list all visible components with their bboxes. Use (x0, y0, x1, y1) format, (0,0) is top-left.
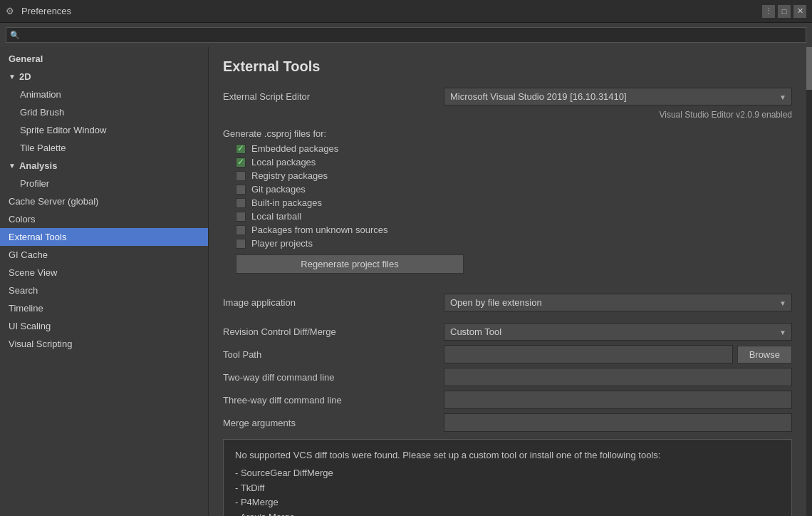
sidebar-item-search[interactable]: Search (0, 282, 208, 299)
info-box-main-text: No supported VCS diff tools were found. … (235, 448, 780, 463)
info-box-tools-list: - SourceGear DiffMerge - TkDiff - P4Merg… (235, 466, 780, 516)
tool-item-1: - SourceGear DiffMerge (235, 466, 780, 481)
preferences-icon: ⚙ (6, 6, 17, 17)
merge-arguments-input[interactable] (444, 413, 792, 432)
checkbox-embedded-packages-input[interactable] (236, 144, 246, 154)
search-input-wrap: 🔍 (6, 27, 806, 43)
revision-control-label: Revision Control Diff/Merge (223, 326, 444, 337)
checkbox-builtin-packages-input[interactable] (236, 198, 246, 208)
external-script-editor-dropdown[interactable]: Microsoft Visual Studio 2019 [16.10.3141… (444, 88, 792, 105)
tool-item-4: - Araxis Merge (235, 510, 780, 516)
tool-path-label: Tool Path (223, 349, 444, 360)
checkbox-builtin-packages: Built-in packages (223, 197, 792, 208)
sidebar-item-visual-scripting[interactable]: Visual Scripting (0, 335, 208, 353)
checkbox-builtin-packages-label: Built-in packages (251, 197, 322, 208)
sidebar-item-colors[interactable]: Colors (0, 210, 208, 228)
checkbox-git-packages-input[interactable] (236, 185, 246, 195)
generate-csproj-label: Generate .csproj files for: (223, 128, 792, 139)
sidebar-item-external-tools[interactable]: External Tools (0, 228, 208, 246)
search-icon: 🔍 (10, 31, 20, 40)
sidebar-item-cache-server[interactable]: Cache Server (global) (0, 192, 208, 210)
checkbox-local-tarball-input[interactable] (236, 212, 246, 222)
sidebar-label-cache-server: Cache Server (global) (9, 196, 98, 207)
info-box: No supported VCS diff tools were found. … (223, 439, 792, 516)
sidebar-label-sprite-editor: Sprite Editor Window (20, 125, 106, 135)
window-title: Preferences (21, 6, 762, 16)
checkbox-local-packages-label: Local packages (251, 157, 316, 167)
sidebar-label-profiler: Profiler (20, 178, 49, 189)
checkbox-local-packages: Local packages (223, 157, 792, 167)
scroll-thumb[interactable] (806, 47, 812, 90)
image-application-label: Image application (223, 297, 444, 308)
checkbox-player-projects: Player projects (223, 238, 792, 249)
checkbox-unknown-sources-input[interactable] (236, 225, 246, 235)
checkbox-local-packages-input[interactable] (236, 158, 246, 167)
title-bar: ⚙ Preferences ⋮ □ ✕ (0, 0, 812, 23)
sidebar-label-ui-scaling: UI Scaling (9, 321, 51, 331)
revision-control-row: Revision Control Diff/Merge Custom Tool (223, 323, 792, 341)
checkbox-unknown-sources-label: Packages from unknown sources (251, 225, 387, 235)
sidebar-label-tile-palette: Tile Palette (20, 143, 66, 153)
checkbox-local-tarball-label: Local tarball (251, 211, 301, 222)
revision-control-dropdown[interactable]: Custom Tool (444, 323, 792, 341)
checkbox-player-projects-label: Player projects (251, 238, 313, 249)
regenerate-project-files-button[interactable]: Regenerate project files (236, 254, 464, 274)
checkbox-player-projects-input[interactable] (236, 239, 246, 249)
regenerate-btn-row: Regenerate project files (223, 254, 792, 284)
checkbox-registry-packages-label: Registry packages (251, 170, 328, 181)
checkbox-git-packages-label: Git packages (251, 184, 306, 195)
sidebar-item-animation[interactable]: Animation (0, 86, 208, 103)
sidebar-item-sprite-editor-window[interactable]: Sprite Editor Window (0, 121, 208, 139)
sidebar-label-animation: Animation (20, 89, 61, 100)
sidebar-item-analysis[interactable]: ▼ Analysis (0, 157, 208, 175)
sidebar-item-tile-palette[interactable]: Tile Palette (0, 139, 208, 157)
sidebar-label-general: General (9, 53, 43, 64)
maximize-button[interactable]: □ (778, 5, 791, 18)
sidebar-label-search: Search (9, 285, 38, 296)
scrollbar[interactable] (806, 47, 812, 516)
checkbox-registry-packages: Registry packages (223, 170, 792, 181)
vs-hint-text: Visual Studio Editor v2.0.9 enabled (223, 110, 792, 120)
sidebar-item-profiler[interactable]: Profiler (0, 175, 208, 192)
browse-button[interactable]: Browse (737, 346, 792, 363)
sidebar-item-2d[interactable]: ▼ 2D (0, 68, 208, 86)
close-button[interactable]: ✕ (793, 5, 806, 18)
tool-path-input[interactable] (444, 345, 733, 363)
sidebar-label-gi-cache: GI Cache (9, 249, 48, 260)
checkbox-embedded-packages-label: Embedded packages (251, 143, 338, 154)
threeway-diff-row: Three-way diff command line (223, 391, 792, 409)
sidebar-item-grid-brush[interactable]: Grid Brush (0, 103, 208, 121)
sidebar-label-visual-scripting: Visual Scripting (9, 339, 72, 349)
window-controls: ⋮ □ ✕ (762, 5, 806, 18)
sidebar-item-scene-view[interactable]: Scene View (0, 264, 208, 282)
caret-analysis: ▼ (9, 162, 16, 170)
merge-arguments-label: Merge arguments (223, 418, 444, 428)
threeway-diff-input[interactable] (444, 391, 792, 409)
merge-arguments-row: Merge arguments (223, 413, 792, 432)
checkbox-registry-packages-input[interactable] (236, 171, 246, 181)
checkbox-git-packages: Git packages (223, 184, 792, 195)
twoway-diff-input[interactable] (444, 368, 792, 386)
search-input[interactable] (6, 27, 806, 43)
main-layout: General ▼ 2D Animation Grid Brush Sprite… (0, 47, 812, 516)
sidebar-label-analysis: Analysis (19, 160, 57, 171)
sidebar: General ▼ 2D Animation Grid Brush Sprite… (0, 47, 209, 516)
menu-button[interactable]: ⋮ (762, 5, 775, 18)
sidebar-item-gi-cache[interactable]: GI Cache (0, 246, 208, 264)
tool-path-input-row: Browse (444, 345, 792, 363)
image-application-row: Image application Open by file extension (223, 294, 792, 311)
checkbox-local-tarball: Local tarball (223, 211, 792, 222)
threeway-diff-label: Three-way diff command line (223, 395, 444, 406)
sidebar-item-ui-scaling[interactable]: UI Scaling (0, 317, 208, 335)
sidebar-label-external-tools: External Tools (9, 232, 66, 242)
checkbox-unknown-sources: Packages from unknown sources (223, 225, 792, 235)
external-script-editor-label: External Script Editor (223, 91, 444, 102)
image-application-dropdown[interactable]: Open by file extension (444, 294, 792, 311)
sidebar-label-scene-view: Scene View (9, 267, 57, 278)
tool-path-row: Tool Path Browse (223, 345, 792, 363)
tool-item-3: - P4Merge (235, 495, 780, 510)
search-bar: 🔍 (0, 23, 812, 47)
sidebar-item-general[interactable]: General (0, 50, 208, 68)
image-application-dropdown-wrap: Open by file extension (444, 294, 792, 311)
sidebar-item-timeline[interactable]: Timeline (0, 299, 208, 317)
